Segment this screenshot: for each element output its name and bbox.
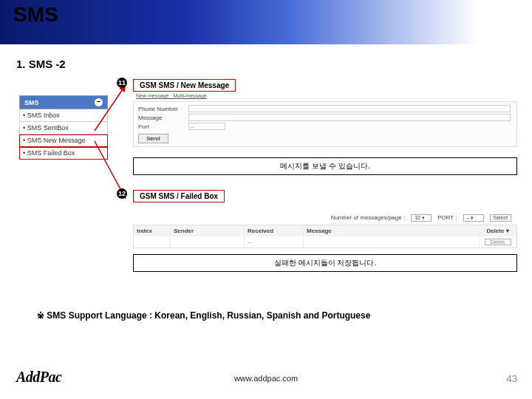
failed-box-controls: Number of messages/page : 10 ▾ PORT : – … — [133, 214, 517, 222]
th-sender: Sender — [171, 225, 245, 236]
msgs-per-page-label: Number of messages/page : — [331, 214, 406, 222]
msgs-per-page-select[interactable]: 10 ▾ — [411, 214, 432, 222]
port-filter-label: PORT : — [437, 214, 457, 222]
th-message: Message — [304, 225, 480, 236]
phone-label: Phone Number — [138, 106, 188, 112]
th-received: Received — [245, 225, 304, 236]
select-button[interactable]: Select — [490, 214, 511, 222]
sms-menu-inbox[interactable]: SMS Inbox — [19, 109, 108, 122]
sms-menu-title: SMS — [24, 99, 39, 106]
th-index: Index — [134, 225, 171, 236]
content-area: SMS – SMS Inbox SMS SentBox SMS New Mess… — [0, 78, 532, 272]
new-message-subhead: New message · Multi-message — [136, 93, 517, 98]
send-button[interactable]: Send — [138, 134, 168, 143]
port-select[interactable]: – — [188, 123, 225, 130]
failed-box-heading: GSM SMS / Failed Box — [133, 190, 225, 202]
port-label: Port — [138, 123, 188, 130]
section-subtitle: 1. SMS -2 — [0, 44, 532, 78]
footer-url: www.addpac.com — [234, 374, 298, 383]
td-message — [304, 236, 480, 248]
sms-menu-failed[interactable]: SMS Failed Box — [19, 147, 108, 160]
td-sender — [171, 236, 245, 248]
callout-11-icon: 11 — [117, 78, 127, 88]
new-message-form: Phone Number Message Port – Send — [133, 101, 517, 147]
port-filter-select[interactable]: – ▾ — [463, 214, 484, 222]
title-bar: SMS — [0, 0, 532, 44]
failed-box-block: 12 GSM SMS / Failed Box — [133, 188, 517, 204]
footer-page: 43 — [507, 373, 517, 384]
table-row: – Delete — [134, 236, 516, 248]
sms-menu-sentbox[interactable]: SMS SentBox — [19, 122, 108, 134]
new-message-caption: 메시지를 보낼 수 있습니다. — [133, 157, 517, 175]
failed-box-caption: 실패한 메시지들이 저장됩니다. — [133, 254, 517, 272]
footer-logo: AddPac — [16, 369, 61, 386]
td-delete: Delete — [480, 236, 516, 248]
td-received: – — [245, 236, 304, 248]
new-message-heading: GSM SMS / New Message — [133, 79, 236, 92]
th-delete[interactable]: Delete ▾ — [480, 225, 516, 236]
phone-input[interactable] — [188, 105, 511, 112]
page-title: SMS — [13, 3, 58, 27]
failed-box-table: Index Sender Received Message Delete ▾ –… — [133, 225, 517, 248]
message-label: Message — [138, 115, 188, 121]
table-header: Index Sender Received Message Delete ▾ — [134, 225, 516, 236]
td-index — [134, 236, 171, 248]
sms-side-menu: SMS – SMS Inbox SMS SentBox SMS New Mess… — [19, 95, 108, 160]
collapse-icon[interactable]: – — [95, 98, 103, 106]
support-language-note: ※ SMS Support Language : Korean, English… — [37, 310, 370, 321]
new-message-block: 11 GSM SMS / New Message New message · M… — [133, 78, 517, 147]
callout-12-icon: 12 — [117, 188, 127, 199]
sms-menu-newmsg[interactable]: SMS New Message — [19, 134, 108, 147]
delete-button[interactable]: Delete — [485, 239, 511, 245]
message-input[interactable] — [188, 114, 511, 121]
sms-menu-header[interactable]: SMS – — [19, 95, 108, 109]
